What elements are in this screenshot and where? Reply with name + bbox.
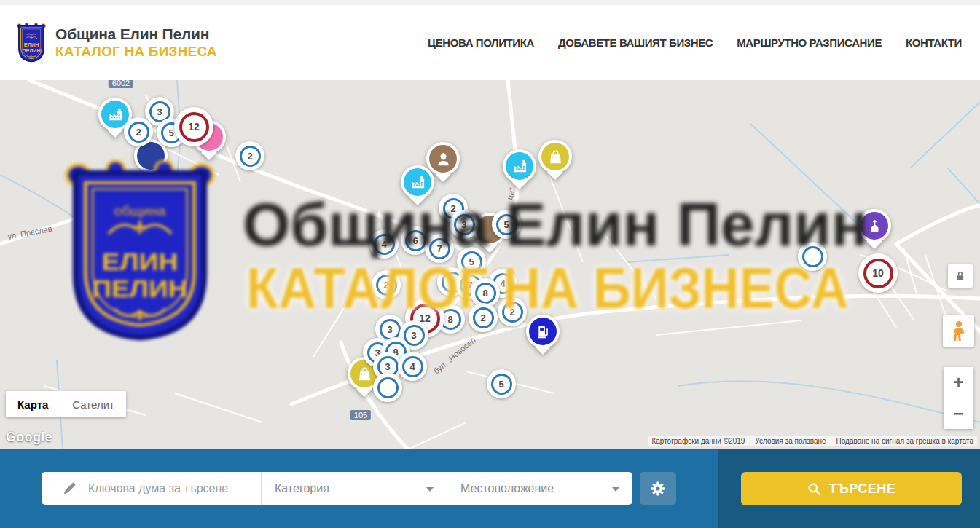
- map-cluster[interactable]: 4: [398, 352, 427, 381]
- location-select-value: Местоположение: [460, 482, 554, 495]
- zoom-out-button[interactable]: −: [944, 398, 973, 429]
- map-canvas[interactable]: ул. Преславбул. „Новоселци” 6002105 3251…: [0, 80, 980, 449]
- attribution-copyright: Картографски данни ©2019: [651, 437, 745, 445]
- map-markers-layer: 32512223564752274822812333834510: [0, 80, 980, 449]
- chevron-down-icon: [426, 487, 434, 492]
- map-pin-shopping-bag[interactable]: [538, 140, 572, 173]
- map-cluster[interactable]: [373, 373, 402, 402]
- nav-route-schedule[interactable]: МАРШРУТНО РАЗПИСАНИЕ: [737, 36, 882, 49]
- advanced-settings-button[interactable]: [640, 472, 676, 505]
- attribution-report-link[interactable]: Подаване на сигнал за грешка в картата: [836, 437, 973, 445]
- map-attribution: Картографски данни ©2019 Условия за полз…: [648, 436, 977, 446]
- site-header: община ЕЛИН ПЕЛИН Община Елин Пелин КАТА…: [0, 5, 980, 80]
- google-logo[interactable]: Google: [6, 430, 52, 445]
- map-cluster[interactable]: 2: [372, 270, 401, 299]
- gear-icon: [649, 480, 667, 497]
- map-cluster[interactable]: 7: [425, 234, 454, 263]
- map-type-switch: Карта Сателит: [6, 391, 126, 417]
- keyword-search-input[interactable]: [88, 482, 256, 495]
- category-select[interactable]: Категория: [262, 472, 447, 505]
- zoom-in-button[interactable]: +: [944, 367, 973, 398]
- map-cluster[interactable]: 2: [498, 297, 527, 326]
- top-strip: [0, 0, 980, 5]
- site-title: Община Елин Пелин: [55, 25, 217, 44]
- keyword-section: [42, 472, 261, 505]
- chevron-down-icon: [612, 487, 619, 492]
- map-pin-fuel[interactable]: [526, 315, 560, 348]
- search-button-label: ТЪРСЕНЕ: [829, 481, 896, 497]
- map-cluster[interactable]: [798, 242, 827, 271]
- site-logo[interactable]: община ЕЛИН ПЕЛИН Община Елин Пелин КАТА…: [16, 22, 217, 64]
- svg-text:ПЕЛИН: ПЕЛИН: [22, 47, 41, 54]
- zoom-control: + −: [944, 367, 973, 429]
- map-cluster[interactable]: 2: [235, 141, 264, 170]
- map-pin-factory[interactable]: [503, 149, 536, 183]
- map-cluster[interactable]: 2: [124, 117, 153, 146]
- main-nav: ЦЕНОВА ПОЛИТИКА ДОБАВЕТЕ ВАШИЯТ БИЗНЕС М…: [428, 5, 962, 80]
- map-type-map-button[interactable]: Карта: [6, 391, 60, 417]
- search-icon: [807, 482, 821, 496]
- nav-add-your-business[interactable]: ДОБАВЕТЕ ВАШИЯТ БИЗНЕС: [558, 36, 713, 49]
- map-cluster[interactable]: 5: [492, 210, 521, 239]
- lock-icon: [954, 269, 967, 283]
- nav-contacts[interactable]: КОНТАКТИ: [906, 36, 962, 49]
- site-subtitle: КАТАЛОГ НА БИЗНЕСА: [55, 44, 217, 60]
- nav-pricing-policy[interactable]: ЦЕНОВА ПОЛИТИКА: [428, 36, 534, 49]
- map-pin-factory[interactable]: [401, 165, 434, 199]
- attribution-terms-link[interactable]: Условия за ползване: [755, 437, 826, 445]
- map-cluster[interactable]: 10: [858, 253, 898, 293]
- pencil-icon: [62, 481, 77, 496]
- lock-control[interactable]: [948, 264, 973, 288]
- svg-text:община: община: [26, 32, 37, 35]
- category-select-value: Категория: [275, 482, 329, 495]
- search-button[interactable]: ТЪРСЕНЕ: [741, 472, 962, 505]
- map-cluster[interactable]: 3: [450, 210, 479, 239]
- search-form: Категория Местоположение: [42, 472, 632, 505]
- search-panel: Категория Местоположение ТЪРСЕНЕ: [0, 449, 980, 528]
- map-cluster[interactable]: 2: [469, 303, 498, 332]
- municipality-crest-icon: община ЕЛИН ПЕЛИН: [16, 22, 47, 64]
- location-select[interactable]: Местоположение: [447, 472, 632, 505]
- street-view-pegman[interactable]: [943, 315, 974, 347]
- map-cluster[interactable]: 12: [174, 107, 213, 146]
- map-cluster[interactable]: 5: [487, 369, 516, 398]
- map-cluster[interactable]: 4: [369, 229, 399, 259]
- pegman-icon: [950, 320, 968, 342]
- map-type-satellite-button[interactable]: Сателит: [60, 391, 126, 417]
- map-pin-church[interactable]: [858, 209, 891, 243]
